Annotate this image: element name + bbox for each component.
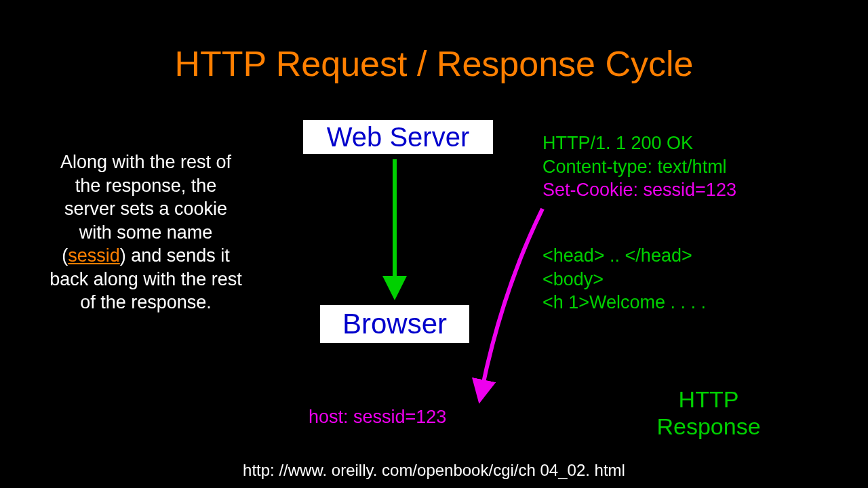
description-text: Along with the rest of the response, the…: [47, 150, 244, 314]
description-sessid: sessid: [68, 245, 120, 266]
slide: HTTP Request / Response Cycle Along with…: [0, 0, 868, 488]
http-response-label: HTTP Response: [624, 386, 793, 440]
http-response-headers: HTTP/1. 1 200 OK Content-type: text/html…: [542, 131, 736, 202]
slide-title: HTTP Request / Response Cycle: [0, 43, 868, 84]
response-status-line: HTTP/1. 1 200 OK: [542, 131, 736, 155]
footer-url: http: //www. oreilly. com/openbook/cgi/c…: [0, 461, 868, 480]
browser-box: Browser: [319, 304, 471, 344]
response-set-cookie: Set-Cookie: sessid=123: [542, 178, 736, 202]
cookie-arrow: [481, 209, 542, 392]
response-body-head: <head> .. </head>: [542, 244, 706, 268]
browser-label: Browser: [342, 308, 447, 340]
web-server-box: Web Server: [302, 119, 494, 155]
http-response-body: <head> .. </head> <body> <h 1>Welcome . …: [542, 244, 706, 314]
response-content-type: Content-type: text/html: [542, 155, 736, 179]
cookie-store-text: host: sessid=123: [309, 407, 446, 428]
web-server-label: Web Server: [327, 122, 469, 152]
response-body-h1: <h 1>Welcome . . . .: [542, 291, 706, 314]
response-body-body: <body>: [542, 268, 706, 291]
